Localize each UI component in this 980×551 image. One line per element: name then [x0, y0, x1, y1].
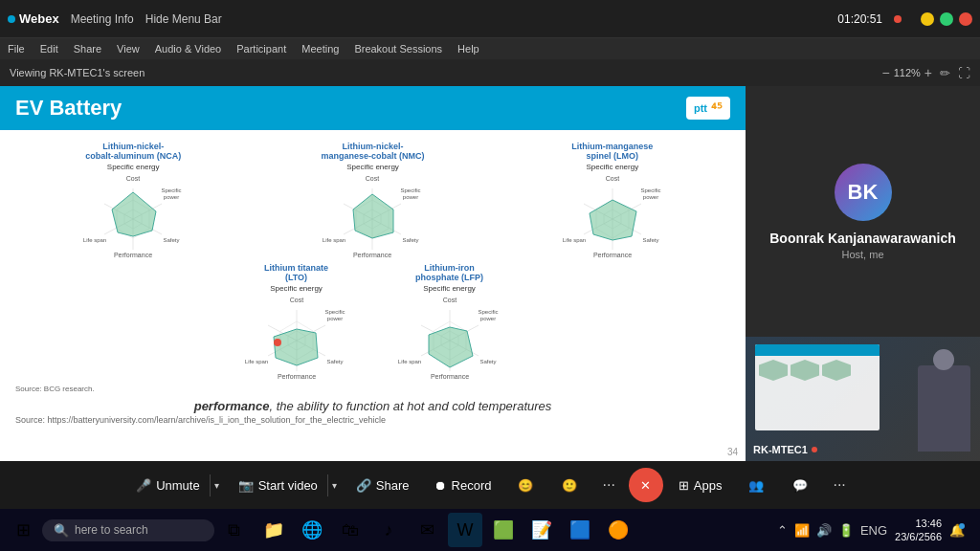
menu-meeting[interactable]: Meeting	[301, 43, 339, 55]
hide-menu-btn[interactable]: Hide Menu Bar	[145, 12, 222, 26]
spider-chart-lmo: Cost Specific power Safety Performance L…	[555, 173, 670, 259]
battery-icon[interactable]: 🔋	[836, 521, 856, 540]
svg-text:Cost: Cost	[442, 297, 456, 303]
svg-text:Safety: Safety	[642, 237, 658, 243]
mail-icon[interactable]: ✉	[410, 513, 444, 547]
chart-grid-bottom: Lithium titanate(LTO) Specific energy	[15, 263, 730, 383]
svg-text:Specific: Specific	[324, 309, 345, 315]
task-view-icon: ⧉	[228, 520, 240, 540]
share-button[interactable]: 🔗 Share	[346, 473, 419, 498]
chart-source: Source: BCG research.	[15, 385, 730, 393]
store-icon[interactable]: 🛍	[333, 513, 368, 547]
svg-text:Specific: Specific	[478, 309, 498, 315]
app4-icon[interactable]: 🟦	[563, 513, 597, 547]
participants-button[interactable]: 👥	[737, 473, 775, 498]
tray-up-arrow[interactable]: ⌃	[775, 521, 790, 540]
menu-share[interactable]: Share	[74, 43, 101, 55]
annotation-icon[interactable]: ✏	[940, 66, 950, 80]
edge-icon[interactable]: 🌐	[295, 513, 329, 547]
spider-chart-lto: Cost Specific power Safety Performance L…	[239, 295, 354, 381]
menu-file[interactable]: File	[8, 43, 25, 55]
unmute-button[interactable]: 🎤 Unmute	[126, 473, 210, 498]
participant-avatar: BK	[835, 164, 892, 221]
end-call-button[interactable]: ✕	[629, 468, 663, 502]
spider-chart-nmc: Cost Specific power Safety Performance L…	[315, 173, 430, 259]
start-button[interactable]: ⊞	[6, 513, 40, 547]
share-icons: ✏ ⛶	[940, 66, 970, 80]
taskbar-search[interactable]: 🔍	[42, 519, 214, 541]
app5-icon[interactable]: 🟠	[601, 513, 635, 547]
svg-text:power: power	[479, 316, 495, 321]
chart-grid-top: Lithium-nickel-cobalt-aluminum (NCA) Spe…	[15, 142, 730, 261]
menu-view[interactable]: View	[117, 43, 140, 55]
svg-marker-23	[353, 194, 393, 238]
more-options-button[interactable]: ···	[594, 473, 622, 497]
menu-participant[interactable]: Participant	[236, 43, 286, 55]
end-call-icon: ✕	[640, 478, 651, 493]
zoom-out-btn[interactable]: −	[881, 65, 889, 80]
svg-text:Safety: Safety	[326, 359, 343, 364]
svg-text:Safety: Safety	[164, 237, 180, 243]
chart-lto: Lithium titanate(LTO) Specific energy	[239, 263, 354, 383]
svg-text:Cost: Cost	[289, 297, 302, 303]
svg-text:Specific: Specific	[640, 187, 660, 193]
language-label[interactable]: ENG	[858, 521, 889, 540]
close-button[interactable]	[959, 12, 972, 26]
svg-marker-69	[429, 327, 473, 367]
start-video-button[interactable]: 📷 Start video	[229, 473, 327, 498]
reactions-button[interactable]: 🙂	[550, 473, 589, 498]
reactions-icon: 🙂	[562, 478, 577, 493]
app1-icon[interactable]: W	[448, 513, 482, 547]
network-icon[interactable]: 📶	[792, 521, 812, 540]
zoom-in-btn[interactable]: +	[924, 65, 932, 80]
chart-lmo: Lithium-manganesespinel (LMO) Specific e…	[495, 142, 730, 261]
music-icon[interactable]: ♪	[371, 513, 406, 547]
file-explorer-icon[interactable]: 📁	[256, 513, 291, 547]
windows-icon: ⊞	[16, 519, 31, 540]
unmute-dropdown[interactable]: ▾	[210, 474, 223, 496]
chart-nca: Lithium-nickel-cobalt-aluminum (NCA) Spe…	[15, 142, 251, 261]
video-dropdown[interactable]: ▾	[327, 474, 341, 496]
minimize-button[interactable]	[921, 12, 934, 26]
video-thumb-inner	[746, 337, 980, 461]
task-view-button[interactable]: ⧉	[216, 513, 251, 547]
video-participant-name: RK-MTEC1	[753, 444, 808, 455]
record-label: Record	[452, 478, 492, 493]
avatar-initials: BK	[848, 180, 879, 205]
svg-text:power: power	[326, 316, 342, 321]
emoji-button[interactable]: 😊	[506, 473, 545, 498]
record-icon: ⏺	[434, 478, 447, 493]
chat-button[interactable]: 💬	[781, 473, 819, 498]
app2-icon[interactable]: 🟩	[486, 513, 521, 547]
volume-icon[interactable]: 🔊	[814, 521, 834, 540]
spider-chart-nca: Cost Specific power Safety Performance L…	[76, 173, 190, 259]
pinned-apps: 📁 🌐 🛍 ♪ ✉ W 🟩 📝 🟦 🟠	[256, 513, 635, 547]
svg-text:Cost: Cost	[366, 175, 379, 182]
svg-text:Life span: Life span	[397, 359, 420, 364]
meeting-info-btn[interactable]: Meeting Info	[71, 12, 134, 26]
menu-help[interactable]: Help	[457, 43, 479, 55]
maximize-button[interactable]	[940, 12, 953, 26]
viewing-label: Viewing RK-MTEC1's screen	[10, 67, 145, 78]
svg-text:Cost: Cost	[606, 175, 619, 182]
menu-audio-video[interactable]: Audio & Video	[155, 43, 222, 55]
search-input[interactable]	[75, 523, 199, 537]
share-group: 🔗 Share	[346, 473, 419, 498]
menu-edit[interactable]: Edit	[40, 43, 58, 55]
svg-text:Specific: Specific	[162, 187, 182, 193]
svg-point-54	[274, 339, 281, 346]
slide-footer-text: performance, the ability to function at …	[15, 399, 730, 413]
app3-icon[interactable]: 📝	[524, 513, 559, 547]
menu-breakout[interactable]: Breakout Sessions	[354, 43, 442, 55]
system-clock[interactable]: 13:46 23/6/2566	[895, 517, 942, 544]
viewing-bar: Viewing RK-MTEC1's screen − 112% + ✏ ⛶	[0, 59, 980, 86]
mic-icon: 🎤	[136, 478, 151, 493]
record-button[interactable]: ⏺ Record	[425, 473, 501, 498]
start-video-group: 📷 Start video ▾	[229, 473, 341, 498]
more-button[interactable]: ···	[825, 473, 853, 497]
apps-button[interactable]: ⊞ Apps	[669, 473, 732, 498]
slide-body: Lithium-nickel-cobalt-aluminum (NCA) Spe…	[0, 130, 746, 432]
fullscreen-icon[interactable]: ⛶	[958, 66, 970, 80]
page-number: 34	[727, 447, 738, 457]
sys-tray-icons: ⌃ 📶 🔊 🔋 ENG	[775, 521, 889, 540]
